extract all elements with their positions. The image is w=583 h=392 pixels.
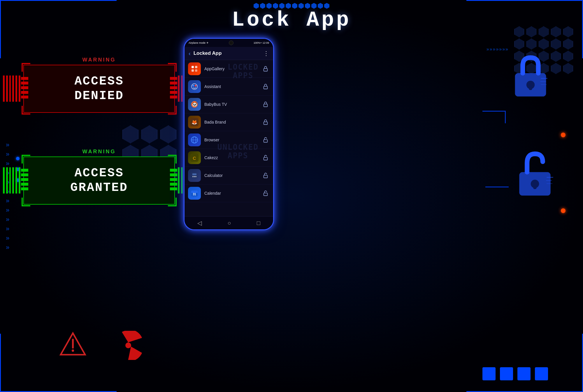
locked-lock-icon [507,52,554,100]
app-name-browser: Browser [204,138,261,142]
bracket-tr-g [168,155,177,164]
right-dot-1 [561,133,566,137]
svg-text:🦊: 🦊 [192,119,197,125]
circuit-line-right-3 [485,187,509,187]
lock-icon-calculator [261,171,270,180]
svg-rect-12 [264,86,268,89]
circuit-line-right-2 [505,112,506,123]
app-icon-bada: 🦊 [188,116,201,129]
corner-decoration-br [466,334,583,392]
page-title: Lock App [232,8,351,32]
lock-icon-bada [261,118,270,126]
list-item[interactable]: Assistant [185,78,273,96]
bottom-squares [482,367,548,380]
bottom-square-1 [482,367,496,380]
app-icon-assistant [188,80,201,93]
app-list: AppGallery LOCKEDAPPS Assistant [185,60,273,216]
app-header-title: Locked App [194,50,222,56]
nav-back-button[interactable]: ◁ [197,219,202,226]
access-granted-box: ACCESS GRANTED [23,157,175,205]
svg-rect-15 [264,104,268,107]
app-name-cakezz: Cakezz [204,155,261,160]
lock-icon-cakezz [261,154,270,162]
svg-point-9 [192,84,197,89]
nav-home-button[interactable]: ○ [227,220,231,226]
circuit-line-right-1 [482,111,506,112]
list-item[interactable]: Browser [185,131,273,149]
list-item[interactable]: AppGallery [185,60,273,78]
right-dot-2 [561,208,566,213]
list-item[interactable]: C Cakezz UNLOCKEDAPPS [185,149,273,167]
more-options-button[interactable]: ⋮ [263,50,269,57]
bracket-br [168,106,177,115]
svg-rect-22 [264,140,268,142]
lock-icon-appgallery [261,65,270,73]
bracket-br-g [168,198,177,206]
app-name-babybus: BabyBus TV [204,102,261,107]
radiation-icon [114,331,143,360]
left-chevrons: »»» »»» »»» »»» [6,142,9,251]
access-denied-container: WARNING ACCESS DENIED [23,57,175,113]
back-button[interactable]: ‹ [189,50,191,57]
lock-icon-calendar [261,189,270,197]
right-chevrons: »»»»»»» [487,47,509,52]
svg-rect-25 [264,157,268,160]
svg-point-30 [195,176,196,177]
svg-text:C: C [193,156,196,161]
access-denied-text: ACCESS DENIED [74,74,124,103]
svg-rect-5 [195,66,197,68]
app-icon-browser [188,133,201,146]
svg-text:🐼: 🐼 [192,102,197,107]
warning-triangle-icon [58,331,87,357]
nav-recent-button[interactable]: □ [257,220,260,226]
app-name-assistant: Assistant [204,84,261,89]
svg-rect-31 [264,175,268,178]
list-item[interactable]: 🦊 Bada Brand [185,113,273,131]
granted-left-stripes [3,167,20,194]
bracket-tr [168,63,177,72]
unlocked-lock-icon [510,149,560,199]
access-denied-box: ACCESS DENIED [23,65,175,113]
bottom-square-3 [517,367,531,380]
nav-bar: ◁ ○ □ [185,216,273,229]
app-icon-appgallery [188,62,201,75]
app-icon-calculator [188,169,201,182]
access-granted-container: WARNING ACCESS GRANTED [23,149,175,205]
lock-icon-babybus [261,100,270,108]
phone-mockup: Airplane mode ✈ 100%+ 12:09 ‹ Locked App… [184,38,274,230]
bracket-tl-g [22,155,30,164]
access-granted-text: ACCESS GRANTED [70,166,128,195]
app-header-left: ‹ Locked App [189,50,222,57]
status-bar: Airplane mode ✈ 100%+ 12:09 [185,39,273,47]
list-item[interactable]: 31 Calendar [185,184,273,202]
svg-rect-8 [264,68,268,71]
status-left: Airplane mode ✈ [189,41,209,44]
app-name-calendar: Calendar [204,191,261,196]
lock-icon-assistant [261,82,270,91]
svg-rect-4 [192,66,194,68]
camera-dot [229,41,233,45]
svg-point-11 [195,85,196,87]
list-item[interactable]: Calculator [185,167,273,184]
svg-rect-27 [192,173,196,175]
app-name-appgallery: AppGallery [204,66,261,71]
status-right: 100%+ 12:09 [254,41,269,44]
svg-rect-36 [264,193,268,196]
bracket-bl [22,106,30,115]
app-icon-calendar: 31 [188,187,201,200]
bracket-bl-g [22,198,30,206]
phone-frame: Airplane mode ✈ 100%+ 12:09 ‹ Locked App… [184,38,274,230]
bottom-square-4 [535,367,548,380]
list-item[interactable]: 🐼 BabyBus TV [185,96,273,113]
app-name-bada: Bada Brand [204,120,261,124]
svg-point-29 [194,176,195,177]
bottom-square-2 [500,367,513,380]
svg-rect-45 [533,184,537,189]
svg-rect-6 [192,69,194,72]
corner-decoration-tl [0,0,117,58]
svg-rect-39 [529,85,532,90]
denied-left-stripes [3,75,20,102]
app-header: ‹ Locked App ⋮ [185,47,273,60]
lock-icon-browser [261,136,270,144]
warning-granted-label: WARNING [23,149,175,155]
